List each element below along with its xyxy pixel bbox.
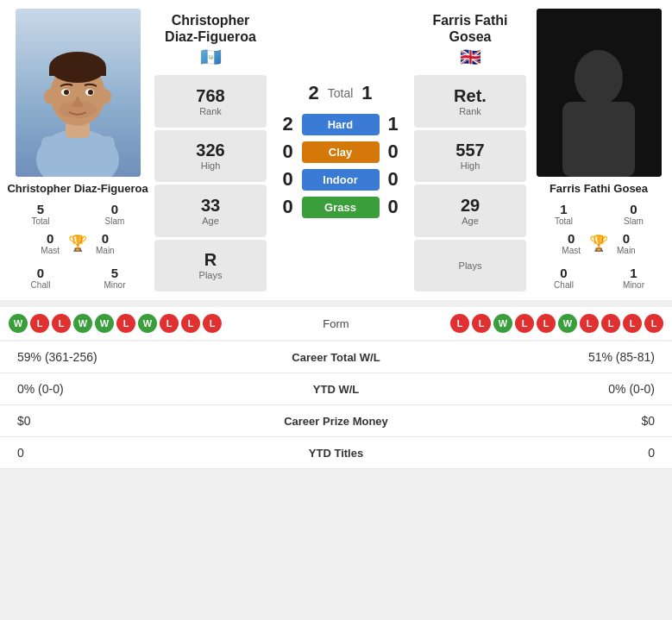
player1-minor-value: 5	[111, 266, 118, 280]
player2-card: Farris Fathi Gosea 1 Total 0 Slam 0 Mast…	[530, 9, 668, 291]
ytd-titles-label: YTD Titles	[250, 447, 423, 460]
player2-stats: 1 Total 0 Slam	[530, 200, 668, 228]
career-prize-right: $0	[423, 414, 656, 428]
player2-rank-label: Rank	[459, 106, 481, 116]
player1-card: Christopher Diaz-Figueroa 5 Total 0 Slam…	[4, 9, 151, 291]
total-right: 1	[358, 82, 375, 104]
player2-right-stats: Farris Fathi Gosea 🇬🇧 Ret. Rank 557 High…	[414, 9, 526, 291]
clay-row: 0 Clay 0	[273, 141, 407, 163]
indoor-row: 0 Indoor 0	[273, 168, 407, 191]
form-pill: L	[52, 314, 71, 333]
player1-chall-label: Chall	[31, 280, 51, 290]
indoor-button: Indoor	[302, 169, 380, 191]
form-pill: L	[537, 314, 556, 333]
player2-high-value: 557	[455, 141, 484, 160]
career-wl-label: Career Total W/L	[250, 351, 423, 364]
svg-point-11	[64, 90, 69, 95]
player1-age-value: 33	[201, 196, 220, 216]
form-pill: W	[73, 314, 92, 333]
career-prize-label: Career Prize Money	[250, 415, 423, 428]
player2-title: Farris Fathi Gosea	[416, 12, 524, 45]
player2-rank-value: Ret.	[454, 86, 487, 106]
svg-point-8	[99, 89, 111, 104]
form-pill: L	[450, 314, 469, 333]
player1-name: Christopher Diaz-Figueroa	[7, 182, 148, 195]
player2-title-box: Farris Fathi Gosea 🇬🇧	[414, 9, 526, 72]
grass-row: 0 Grass 0	[273, 196, 407, 218]
grass-left: 0	[279, 196, 297, 218]
grass-button: Grass	[302, 197, 380, 218]
grass-right: 0	[385, 196, 402, 218]
player2-age-value: 29	[461, 196, 480, 216]
player1-total-label: Total	[31, 216, 49, 226]
player2-total-value: 1	[560, 202, 567, 216]
player1-age-label: Age	[202, 216, 219, 226]
player2-plays-label: Plays	[459, 260, 482, 271]
form-pill: L	[601, 314, 620, 333]
form-pill: L	[30, 314, 49, 333]
trophy-icon: 🏆	[68, 234, 87, 253]
hard-left: 2	[279, 113, 297, 135]
stats-rows: 59% (361-256) Career Total W/L 51% (85-8…	[0, 341, 672, 469]
player2-high-box: 557 High	[414, 130, 526, 182]
career-wl-left: 59% (361-256)	[17, 350, 250, 364]
player2-photo	[537, 9, 662, 177]
total-left: 2	[305, 82, 323, 104]
player1-age-box: 33 Age	[154, 185, 267, 236]
form-pill: L	[644, 314, 663, 333]
svg-point-15	[575, 50, 623, 105]
player1-stats: 5 Total 0 Slam	[4, 200, 151, 228]
player2-rank-box: Ret. Rank	[414, 75, 526, 127]
svg-point-7	[44, 89, 56, 104]
player2-slam-value: 0	[630, 202, 637, 216]
indoor-right: 0	[385, 168, 402, 191]
svg-rect-6	[49, 67, 106, 76]
career-prize-left: $0	[17, 414, 250, 428]
ytd-wl-right: 0% (0-0)	[423, 382, 656, 396]
player2-high-label: High	[461, 160, 480, 171]
player2-plays-box: Plays	[414, 240, 526, 291]
clay-right: 0	[385, 141, 402, 163]
form-pill: L	[472, 314, 491, 333]
total-label: Total	[328, 86, 354, 100]
svg-rect-2	[41, 136, 115, 177]
form-pill: L	[623, 314, 642, 333]
center-comparison: 2 Total 1 2 Hard 1 0 Clay 0 0 Indoor 0 0	[270, 9, 411, 291]
ytd-titles-row: 0 YTD Titles 0	[0, 437, 672, 469]
player2-slam-label: Slam	[624, 216, 644, 226]
player2-name: Farris Fathi Gosea	[550, 182, 648, 195]
form-pill: L	[515, 314, 534, 333]
player1-high-label: High	[201, 160, 221, 171]
player2-chall-value: 0	[560, 266, 567, 280]
player1-mast-value: 0	[47, 231, 53, 246]
total-row: 2 Total 1	[305, 82, 376, 104]
form-pill: W	[138, 314, 157, 333]
clay-left: 0	[279, 141, 297, 163]
hard-right: 1	[385, 113, 402, 135]
form-pill: W	[9, 314, 28, 333]
player1-high-value: 326	[196, 141, 224, 160]
player2-total-label: Total	[555, 216, 573, 226]
player1-plays-label: Plays	[199, 270, 223, 280]
ytd-titles-right: 0	[423, 446, 656, 460]
player2-trophy-row: 0 Mast 🏆 0 Main	[530, 229, 668, 257]
player1-photo	[16, 9, 141, 177]
player1-minor-label: Minor	[104, 280, 125, 290]
player1-rank-value: 768	[196, 86, 224, 106]
ytd-titles-left: 0	[17, 446, 250, 460]
career-prize-row: $0 Career Prize Money $0	[0, 405, 672, 437]
hard-row: 2 Hard 1	[273, 113, 407, 135]
form-pill: W	[493, 314, 512, 333]
ytd-wl-label: YTD W/L	[250, 383, 423, 396]
player2-chall-label: Chall	[554, 280, 574, 290]
clay-button: Clay	[302, 141, 380, 163]
player2-mast-label: Mast	[562, 246, 581, 255]
form-pill: L	[580, 314, 599, 333]
player1-slam-label: Slam	[105, 216, 125, 226]
player1-main-value: 0	[102, 231, 109, 246]
form-pill: W	[558, 314, 577, 333]
player1-middle-stats: Christopher Diaz-Figueroa 🇬🇹 768 Rank 32…	[154, 9, 267, 291]
player2-minor-label: Minor	[623, 280, 644, 290]
player1-chall-value: 0	[37, 266, 44, 280]
form-pill: L	[203, 314, 222, 333]
